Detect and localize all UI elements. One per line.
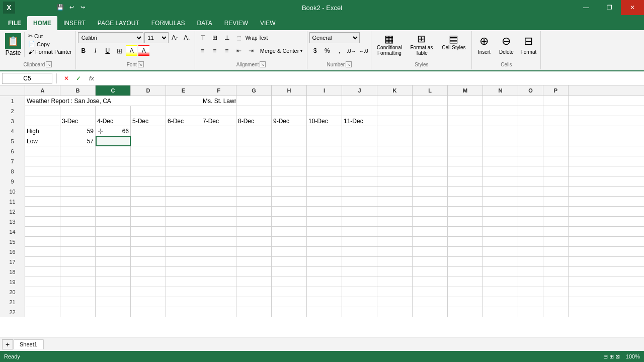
cell-C5[interactable] [96, 136, 131, 146]
cell-K19[interactable] [377, 277, 413, 287]
cell-G10[interactable] [236, 187, 272, 197]
cell-M20[interactable] [448, 287, 483, 297]
wrap-text-button[interactable]: ⬚ [233, 32, 245, 43]
cell-C20[interactable] [96, 287, 131, 297]
cell-K2[interactable] [377, 106, 413, 116]
cell-I17[interactable] [307, 257, 342, 267]
cell-A6[interactable] [25, 146, 60, 156]
cell-A18[interactable] [25, 267, 60, 277]
cell-J16[interactable] [342, 247, 377, 257]
cell-F3[interactable]: 7-Dec [201, 116, 236, 126]
cell-K15[interactable] [377, 237, 413, 247]
cell-N3[interactable] [483, 116, 518, 126]
close-button[interactable]: ✕ [621, 0, 644, 15]
cell-D13[interactable] [131, 217, 166, 227]
cell-I1[interactable] [307, 96, 342, 106]
cell-L4[interactable] [413, 126, 448, 136]
cell-L2[interactable] [413, 106, 448, 116]
cell-F13[interactable] [201, 217, 236, 227]
cell-E16[interactable] [166, 247, 201, 257]
cell-H3[interactable]: 9-Dec [272, 116, 307, 126]
cell-D15[interactable] [131, 237, 166, 247]
cell-F14[interactable] [201, 227, 236, 237]
cell-M1[interactable] [448, 96, 483, 106]
cell-H15[interactable] [272, 237, 307, 247]
paste-button[interactable]: 📋 Paste [2, 32, 25, 57]
cell-N12[interactable] [483, 207, 518, 217]
col-header-K[interactable]: K [377, 85, 413, 96]
cell-F5[interactable] [201, 136, 236, 146]
cell-C2[interactable] [96, 106, 131, 116]
cell-E4[interactable] [166, 126, 201, 136]
col-header-O[interactable]: O [518, 85, 543, 96]
cell-L8[interactable] [413, 166, 448, 176]
cell-A2[interactable] [25, 106, 60, 116]
font-expand[interactable]: ↘ [138, 61, 144, 67]
cell-D7[interactable] [131, 156, 166, 166]
cell-G21[interactable] [236, 297, 272, 307]
col-header-J[interactable]: J [342, 85, 377, 96]
cell-D21[interactable] [131, 297, 166, 307]
cell-G12[interactable] [236, 207, 272, 217]
cell-O10[interactable] [518, 187, 543, 197]
save-button[interactable]: 💾 [55, 2, 65, 12]
cell-M17[interactable] [448, 257, 483, 267]
cell-P19[interactable] [543, 277, 569, 287]
cell-O6[interactable] [518, 146, 543, 156]
cell-O7[interactable] [518, 156, 543, 166]
cell-I22[interactable] [307, 307, 342, 317]
cell-P20[interactable] [543, 287, 569, 297]
cell-L19[interactable] [413, 277, 448, 287]
cell-N16[interactable] [483, 247, 518, 257]
cell-G9[interactable] [236, 176, 272, 187]
cell-E5[interactable] [166, 136, 201, 146]
cell-M8[interactable] [448, 166, 483, 176]
cell-I7[interactable] [307, 156, 342, 166]
cell-L7[interactable] [413, 156, 448, 166]
cell-L6[interactable] [413, 146, 448, 156]
cell-F21[interactable] [201, 297, 236, 307]
cell-I20[interactable] [307, 287, 342, 297]
cell-D14[interactable] [131, 227, 166, 237]
cell-I21[interactable] [307, 297, 342, 307]
cell-A3[interactable] [25, 116, 60, 126]
cell-G22[interactable] [236, 307, 272, 317]
cell-N5[interactable] [483, 136, 518, 146]
cell-P7[interactable] [543, 156, 569, 166]
col-header-H[interactable]: H [272, 85, 307, 96]
cell-I8[interactable] [307, 166, 342, 176]
cell-K21[interactable] [377, 297, 413, 307]
cell-J22[interactable] [342, 307, 377, 317]
cell-L14[interactable] [413, 227, 448, 237]
cell-M11[interactable] [448, 197, 483, 207]
cell-B2[interactable] [60, 106, 96, 116]
col-header-D[interactable]: D [131, 85, 166, 96]
cell-O22[interactable] [518, 307, 543, 317]
formula-input[interactable] [99, 73, 642, 84]
tab-formulas[interactable]: FORMULAS [145, 16, 191, 30]
cell-H14[interactable] [272, 227, 307, 237]
col-header-N[interactable]: N [483, 85, 518, 96]
cell-I6[interactable] [307, 146, 342, 156]
cell-N18[interactable] [483, 267, 518, 277]
cell-B18[interactable] [60, 267, 96, 277]
cell-G3[interactable]: 8-Dec [236, 116, 272, 126]
cell-C4[interactable]: 66 ✛ [96, 126, 131, 136]
cell-B7[interactable] [60, 156, 96, 166]
cancel-formula-button[interactable]: ✕ [61, 73, 72, 84]
cell-O9[interactable] [518, 176, 543, 187]
cell-M21[interactable] [448, 297, 483, 307]
cell-P17[interactable] [543, 257, 569, 267]
cell-M4[interactable] [448, 126, 483, 136]
cell-A20[interactable] [25, 287, 60, 297]
cell-O2[interactable] [518, 106, 543, 116]
tab-file[interactable]: FILE [2, 16, 27, 30]
cell-H6[interactable] [272, 146, 307, 156]
cell-M3[interactable] [448, 116, 483, 126]
cell-H2[interactable] [272, 106, 307, 116]
font-size-select[interactable]: 11 [144, 32, 169, 43]
cell-A22[interactable] [25, 307, 60, 317]
cell-N4[interactable] [483, 126, 518, 136]
cell-L20[interactable] [413, 287, 448, 297]
cell-C11[interactable] [96, 197, 131, 207]
